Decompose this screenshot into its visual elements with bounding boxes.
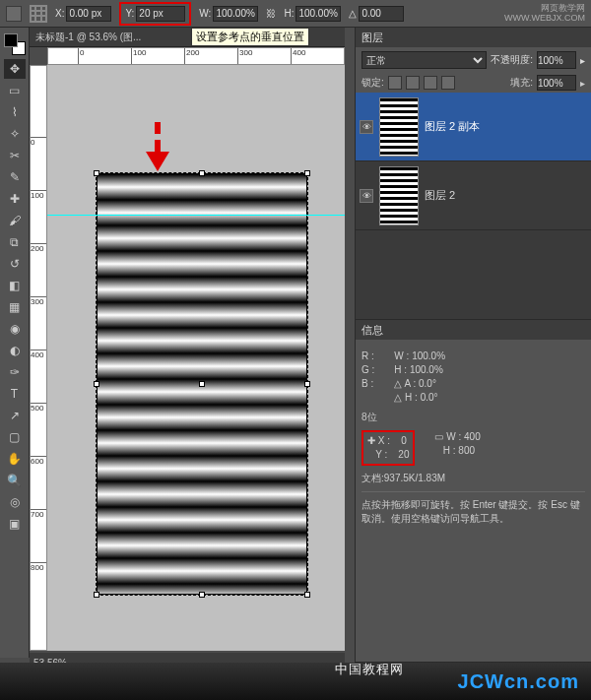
screenmode-icon[interactable]: ▣ — [4, 514, 26, 534]
shape-tool-icon[interactable]: ▢ — [4, 427, 26, 447]
tools-panel: ✥ ▭ ⌇ ✧ ✂ ✎ ✚ 🖌 ⧉ ↺ ◧ ▦ ◉ ◐ ✑ T ↗ ▢ ✋ 🔍 … — [0, 28, 30, 658]
color-swatch[interactable] — [4, 33, 26, 55]
y-tooltip: 设置参考点的垂直位置 — [191, 28, 309, 46]
zoom-tool-icon[interactable]: 🔍 — [4, 471, 26, 490]
angle-input[interactable] — [359, 6, 404, 22]
x-input[interactable] — [66, 6, 111, 22]
horizontal-guide[interactable] — [47, 215, 345, 216]
watermark-line2: WWW.WEBJX.COM — [504, 14, 585, 24]
fill-label: 填充: — [510, 76, 533, 90]
history-brush-icon[interactable]: ↺ — [4, 254, 26, 274]
transform-icon — [6, 6, 22, 22]
gradient-tool-icon[interactable]: ▦ — [4, 297, 26, 317]
info-docsize: 文档:937.5K/1.83M — [361, 472, 585, 485]
lock-pixels-icon[interactable] — [406, 76, 420, 90]
layer-thumb[interactable] — [379, 97, 419, 157]
blur-tool-icon[interactable]: ◉ — [4, 319, 26, 339]
ruler-tick: 500 — [31, 403, 46, 413]
info-tab[interactable]: 信息 — [356, 320, 591, 340]
layers-panel: 图层 正常 不透明度: ▸ 锁定: 填充: ▸ 👁图层 2 副本👁图层 2 — [356, 28, 591, 320]
ruler-tick: 300 — [31, 296, 46, 306]
lasso-tool-icon[interactable]: ⌇ — [4, 102, 26, 122]
w-input[interactable] — [213, 6, 258, 22]
canvas[interactable] — [97, 173, 307, 595]
lock-label: 锁定: — [361, 76, 384, 90]
info-panel: 信息 R : G : B : W : 100.0% H : 100.0% △ A… — [356, 320, 591, 663]
ruler-vertical[interactable]: 0100200300400500600700800 — [30, 65, 47, 651]
x-field[interactable]: X: — [55, 6, 111, 22]
opacity-label: 不透明度: — [491, 53, 533, 67]
layer-name[interactable]: 图层 2 副本 — [425, 119, 480, 134]
x-label: X: — [55, 8, 64, 19]
ruler-tick: 800 — [31, 562, 46, 572]
watermark-url: JCWcn.com — [458, 670, 579, 693]
link-icon[interactable]: ⛓ — [266, 8, 276, 19]
h-input[interactable] — [296, 6, 341, 22]
ruler-tick: 200 — [184, 48, 199, 64]
opacity-arrow-icon[interactable]: ▸ — [580, 55, 585, 66]
move-tool-icon[interactable]: ✥ — [4, 59, 26, 79]
document-area: 未标题-1 @ 53.6% (图... 0100200300400 010020… — [30, 28, 345, 672]
lock-position-icon[interactable] — [424, 76, 437, 90]
panels-column: 图层 正常 不透明度: ▸ 锁定: 填充: ▸ 👁图层 2 副本👁图层 2 信息… — [355, 28, 591, 663]
ruler-tick: 100 — [131, 48, 146, 64]
path-tool-icon[interactable]: ↗ — [4, 406, 26, 425]
blend-mode-select[interactable]: 正常 — [361, 51, 487, 69]
lock-all-icon[interactable] — [441, 76, 455, 90]
bottom-watermark: 中国教程网 JCWcn.com — [0, 663, 591, 700]
wand-tool-icon[interactable]: ✧ — [4, 124, 26, 144]
layer-list[interactable]: 👁图层 2 副本👁图层 2 — [356, 93, 591, 319]
marquee-tool-icon[interactable]: ▭ — [4, 81, 26, 100]
w-label: W: — [199, 8, 211, 19]
crop-tool-icon[interactable]: ✂ — [4, 146, 26, 165]
info-xy-highlight: ✚ X : 0 Y : 20 — [361, 430, 415, 466]
eyedropper-tool-icon[interactable]: ✎ — [4, 167, 26, 187]
reference-point-grid[interactable] — [30, 5, 47, 23]
eraser-tool-icon[interactable]: ◧ — [4, 276, 26, 295]
stamp-tool-icon[interactable]: ⧉ — [4, 232, 26, 252]
y-input[interactable] — [136, 6, 185, 22]
ruler-tick: 300 — [237, 48, 252, 64]
info-wh2: ▭ W : 400 H : 800 — [434, 430, 480, 466]
h-field[interactable]: H: — [284, 6, 341, 22]
ruler-horizontal[interactable]: 0100200300400 — [47, 47, 345, 65]
info-rgb: R : G : B : — [361, 350, 374, 405]
layer-row[interactable]: 👁图层 2 副本 — [356, 93, 591, 161]
stripe-pattern — [98, 174, 306, 594]
y-label: Y: — [125, 8, 134, 19]
fill-arrow-icon[interactable]: ▸ — [580, 78, 585, 89]
heal-tool-icon[interactable]: ✚ — [4, 189, 26, 209]
brush-tool-icon[interactable]: 🖌 — [4, 211, 26, 230]
dodge-tool-icon[interactable]: ◐ — [4, 341, 26, 360]
pen-tool-icon[interactable]: ✑ — [4, 362, 26, 382]
angle-field[interactable]: △ — [349, 6, 404, 22]
visibility-icon[interactable]: 👁 — [360, 120, 373, 134]
opacity-input[interactable] — [537, 51, 576, 69]
layers-tab[interactable]: 图层 — [356, 28, 591, 47]
info-bits: 8位 — [361, 411, 585, 424]
ruler-tick: 400 — [31, 350, 46, 359]
hand-tool-icon[interactable]: ✋ — [4, 449, 26, 469]
w-field[interactable]: W: — [199, 6, 258, 22]
h-label: H: — [284, 8, 294, 19]
visibility-icon[interactable]: 👁 — [360, 189, 373, 203]
layer-thumb[interactable] — [379, 166, 419, 225]
info-wh: W : 100.0% H : 100.0% △ A : 0.0° △ H : 0… — [394, 350, 445, 405]
info-hint: 点按并拖移即可旋转。按 Enter 键提交。按 Esc 键取消。使用空格键访问导… — [361, 491, 585, 526]
fill-input[interactable] — [537, 75, 576, 91]
angle-label: △ — [349, 8, 357, 19]
ruler-tick: 200 — [31, 243, 46, 253]
lock-transparency-icon[interactable] — [388, 76, 402, 90]
ruler-tick: 600 — [31, 456, 46, 466]
layer-name[interactable]: 图层 2 — [425, 188, 455, 203]
type-tool-icon[interactable]: T — [4, 384, 26, 404]
quickmask-icon[interactable]: ◎ — [4, 492, 26, 512]
layer-row[interactable]: 👁图层 2 — [356, 161, 591, 230]
watermark-top: 网页教学网 WWW.WEBJX.COM — [504, 4, 585, 24]
annotation-arrow — [146, 122, 169, 171]
y-field[interactable]: Y: — [119, 2, 191, 26]
ruler-tick: 700 — [31, 509, 46, 519]
canvas-viewport[interactable] — [47, 65, 345, 651]
options-bar: X: Y: W: ⛓ H: △ — [0, 0, 591, 28]
ruler-tick: 0 — [78, 48, 84, 64]
